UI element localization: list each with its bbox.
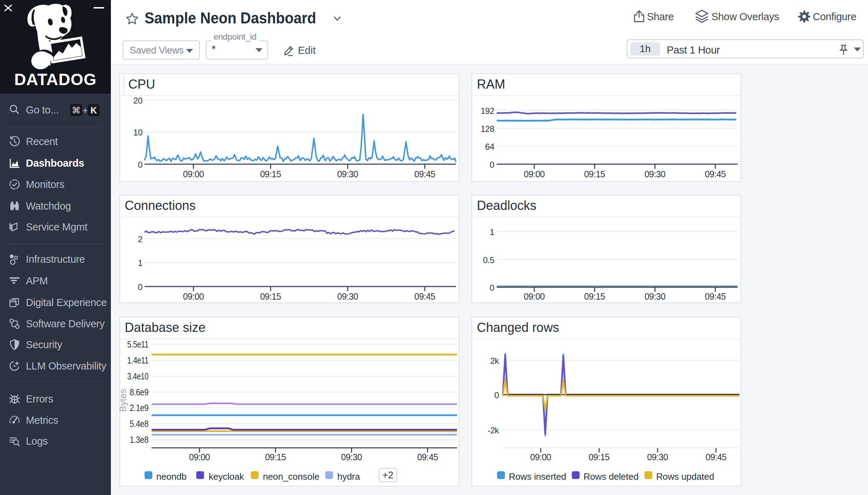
svg-text:64: 64 (485, 142, 494, 151)
svg-text:09:15: 09:15 (260, 169, 281, 179)
svg-text:2k: 2k (490, 356, 500, 366)
svg-text:1: 1 (138, 258, 142, 268)
svg-text:2.1e9: 2.1e9 (130, 402, 148, 413)
svg-text:-2k: -2k (487, 426, 499, 435)
svg-text:09:00: 09:00 (183, 169, 204, 179)
svg-text:0: 0 (138, 160, 142, 169)
svg-text:128: 128 (480, 124, 494, 134)
svg-text:1.4e11: 1.4e11 (127, 355, 148, 366)
svg-text:09:30: 09:30 (644, 169, 665, 179)
svg-text:09:45: 09:45 (705, 291, 726, 302)
svg-text:09:15: 09:15 (589, 452, 610, 462)
svg-text:09:00: 09:00 (524, 169, 545, 179)
svg-text:3.4e10: 3.4e10 (127, 371, 148, 382)
svg-text:09:15: 09:15 (260, 291, 281, 302)
svg-text:09:30: 09:30 (644, 291, 665, 302)
svg-text:09:45: 09:45 (415, 291, 435, 302)
svg-text:09:15: 09:15 (584, 169, 605, 179)
svg-text:09:45: 09:45 (705, 169, 726, 179)
svg-text:5.4e8: 5.4e8 (130, 418, 148, 429)
svg-text:09:15: 09:15 (584, 291, 605, 302)
svg-text:0: 0 (494, 390, 499, 400)
svg-text:8.6e9: 8.6e9 (130, 387, 148, 397)
svg-text:09:45: 09:45 (706, 452, 727, 462)
svg-text:09:00: 09:00 (183, 291, 204, 302)
svg-text:192: 192 (480, 106, 494, 116)
svg-text:09:15: 09:15 (265, 452, 286, 462)
svg-text:09:45: 09:45 (415, 169, 435, 179)
svg-text:1: 1 (490, 227, 494, 237)
svg-text:2: 2 (138, 234, 142, 244)
svg-text:0: 0 (490, 283, 494, 293)
svg-text:0.5: 0.5 (483, 255, 494, 265)
svg-text:09:30: 09:30 (341, 452, 362, 462)
svg-text:1.3e8: 1.3e8 (130, 434, 148, 445)
svg-text:0: 0 (490, 160, 494, 169)
svg-text:09:00: 09:00 (189, 452, 210, 462)
svg-text:09:30: 09:30 (337, 291, 358, 302)
svg-text:20: 20 (133, 96, 142, 105)
svg-text:5.5e11: 5.5e11 (127, 339, 148, 350)
svg-text:Bytes: Bytes (119, 389, 128, 412)
svg-text:09:00: 09:00 (524, 291, 545, 302)
svg-text:09:30: 09:30 (647, 452, 668, 462)
svg-text:09:00: 09:00 (530, 452, 551, 462)
svg-text:09:45: 09:45 (417, 452, 438, 462)
svg-text:0: 0 (138, 282, 142, 292)
svg-text:09:30: 09:30 (337, 169, 358, 179)
svg-text:10: 10 (133, 128, 142, 137)
